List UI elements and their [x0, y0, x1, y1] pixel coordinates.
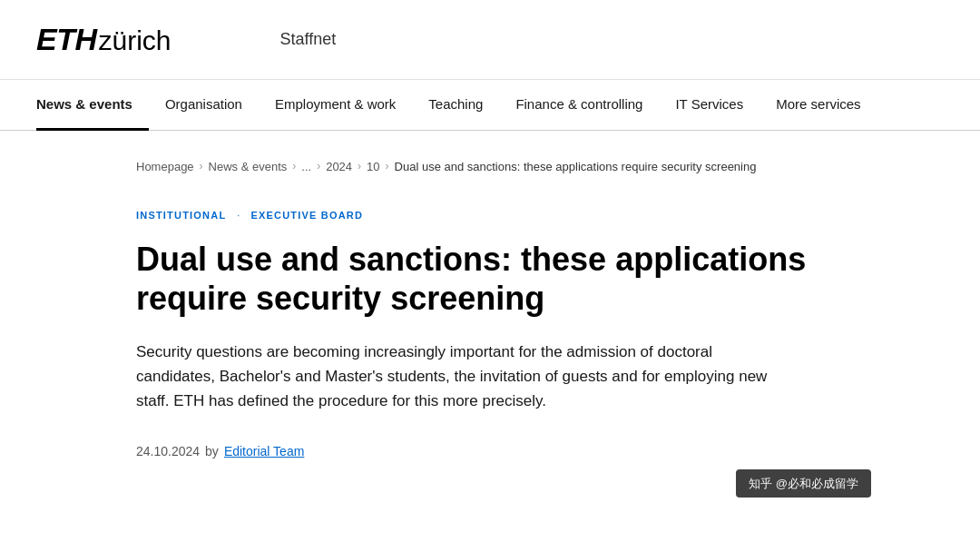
article-title: Dual use and sanctions: these applicatio… [136, 240, 808, 318]
breadcrumb-sep-4: › [358, 158, 361, 174]
nav-item-teaching[interactable]: Teaching [412, 80, 499, 130]
nav-item-employment-work[interactable]: Employment & work [259, 80, 412, 130]
nav-item-finance-controlling[interactable]: Finance & controlling [499, 80, 659, 130]
breadcrumb-current: Dual use and sanctions: these applicatio… [395, 158, 757, 176]
breadcrumb-month[interactable]: 10 [367, 158, 379, 176]
breadcrumb-news-events[interactable]: News & events [209, 158, 288, 176]
tag-executive-board[interactable]: EXECUTIVE BOARD [250, 208, 363, 223]
article-meta: 24.10.2024 by Editorial Team [136, 442, 844, 461]
article-author[interactable]: Editorial Team [224, 442, 304, 461]
site-header: ETH zürich Staffnet [0, 0, 980, 80]
nav-item-more-services[interactable]: More services [760, 80, 877, 130]
main-content: Homepage › News & events › ... › 2024 › … [100, 131, 880, 517]
nav-item-organisation[interactable]: Organisation [149, 80, 259, 130]
breadcrumb: Homepage › News & events › ... › 2024 › … [136, 158, 844, 176]
tag-dot: · [237, 208, 240, 223]
logo-zurich: zürich [99, 20, 172, 61]
article-date: 24.10.2024 [136, 442, 200, 461]
logo[interactable]: ETH zürich [36, 16, 172, 63]
article-by: by [205, 442, 219, 461]
watermark: 知乎 @必和必成留学 [736, 469, 871, 498]
nav-item-news-events[interactable]: News & events [36, 80, 149, 130]
logo-eth: ETH [36, 16, 97, 63]
breadcrumb-homepage[interactable]: Homepage [136, 158, 194, 176]
breadcrumb-sep-3: › [317, 158, 320, 174]
breadcrumb-sep-2: › [292, 158, 296, 174]
breadcrumb-sep-5: › [386, 158, 389, 174]
breadcrumb-year[interactable]: 2024 [326, 158, 352, 176]
article-tags: INSTITUTIONAL · EXECUTIVE BOARD [136, 208, 844, 223]
nav-item-it-services[interactable]: IT Services [659, 80, 760, 130]
breadcrumb-sep-1: › [200, 158, 203, 174]
breadcrumb-ellipsis[interactable]: ... [301, 158, 311, 176]
staffnet-label: Staffnet [280, 27, 337, 52]
article-intro: Security questions are becoming increasi… [136, 340, 789, 414]
tag-institutional[interactable]: INSTITUTIONAL [136, 208, 226, 223]
main-nav: News & events Organisation Employment & … [0, 80, 980, 131]
